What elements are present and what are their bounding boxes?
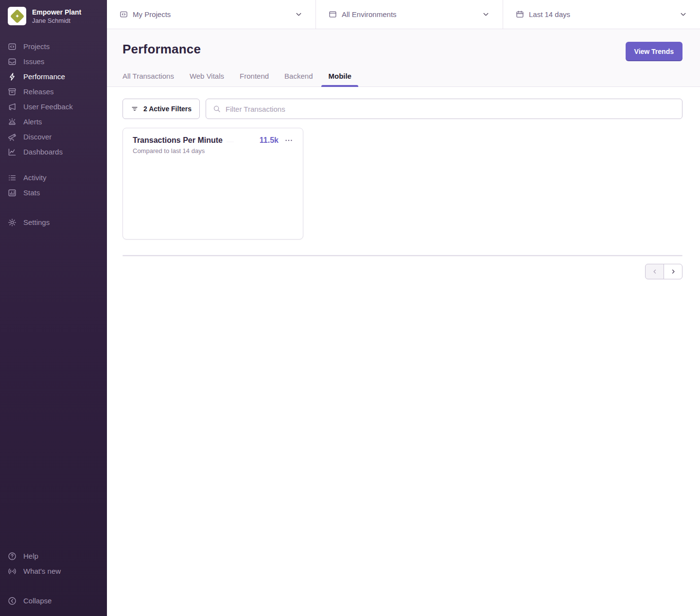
sidebar-item-what-s-new[interactable]: What's new [8,564,99,579]
sidebar-footer: HelpWhat's newCollapse [0,548,107,608]
card-title: Transactions Per Minute [133,136,223,145]
chevron-left-icon [651,268,658,275]
help-icon [8,552,17,561]
sidebar-item-label: Issues [23,57,44,66]
active-filters-label: 2 Active Filters [143,105,192,113]
sidebar-item-dashboards[interactable]: Dashboards [8,144,99,159]
tab-mobile[interactable]: Mobile [328,72,351,86]
sidebar-item-label: Projects [23,42,50,51]
sidebar-nav: ProjectsIssuesPerformanceReleasesUser Fe… [0,39,107,230]
app-root: ✦ Empower Plant Jane Schmidt ProjectsIss… [0,0,700,616]
org-switcher[interactable]: ✦ Empower Plant Jane Schmidt [0,7,107,25]
page-header: Performance View Trends All Transactions… [107,29,700,87]
sidebar-item-label: Dashboards [23,148,63,156]
topbar: My Projects All Environments Last 14 day… [107,0,700,29]
spark-icon: ✦ [15,14,19,19]
card-value: 11.5k [260,136,279,145]
daterange-selector-label: Last 14 days [529,10,674,18]
sidebar-item-alerts[interactable]: Alerts [8,114,99,129]
project-selector-label: My Projects [133,10,290,18]
alerts-icon [8,118,17,126]
page-title: Performance [122,42,201,57]
sidebar-item-user-feedback[interactable]: User Feedback [8,99,99,114]
stats-icon [8,188,17,197]
sidebar-item-label: User Feedback [23,103,73,111]
sidebar-item-label: Help [23,552,38,560]
tab-backend[interactable]: Backend [284,72,313,86]
filter-row: 2 Active Filters [122,99,682,119]
main-area: My Projects All Environments Last 14 day… [107,0,700,616]
environment-selector-label: All Environments [342,10,477,18]
sidebar-item-label: Alerts [23,118,42,126]
sidebar-item-help[interactable]: Help [8,548,99,564]
sidebar-item-projects[interactable]: Projects [8,39,99,54]
tab-bar: All TransactionsWeb VitalsFrontendBacken… [122,72,682,86]
activity-icon [8,173,17,182]
org-name: Empower Plant [32,8,81,16]
search-input[interactable] [226,105,675,113]
issues-icon [8,57,17,66]
sidebar-item-label: Releases [23,87,54,96]
environment-selector[interactable]: All Environments [316,0,503,29]
org-user: Jane Schmidt [32,17,81,24]
content: 2 Active Filters Transactions Per Minute… [107,87,700,616]
tab-all-transactions[interactable]: All Transactions [122,72,174,86]
whats-new-icon [8,567,17,576]
performance-icon [8,72,17,81]
card-subtitle: Compared to last 14 days [133,147,293,154]
search-icon [213,105,221,113]
pagination [122,264,682,279]
releases-icon [8,87,17,96]
sidebar-item-label: Discover [23,133,52,141]
dashboards-icon [8,148,17,156]
sidebar-item-label: Performance [23,72,65,81]
org-logo: ✦ [8,7,26,25]
daterange-selector[interactable]: Last 14 days [503,0,700,29]
sidebar-item-label: Stats [23,188,40,197]
sidebar: ✦ Empower Plant Jane Schmidt ProjectsIss… [0,0,107,616]
chevron-down-icon [482,10,490,18]
filter-icon [131,105,139,113]
chevron-down-icon [295,10,303,18]
sidebar-item-activity[interactable]: Activity [8,170,99,185]
metric-card-tpm: Transactions Per Minute11.5kCompared to … [122,128,303,240]
sidebar-item-label: Activity [23,173,47,182]
sidebar-item-label: Collapse [23,597,52,605]
sidebar-collapse[interactable]: Collapse [8,593,99,608]
projects-icon [8,42,17,51]
question-icon[interactable] [227,137,234,144]
discover-icon [8,133,17,141]
tab-frontend[interactable]: Frontend [240,72,269,86]
folder-code-icon [120,10,128,18]
window-icon [329,10,337,18]
pagination-next-button[interactable] [664,264,682,279]
project-selector[interactable]: My Projects [107,0,316,29]
transactions-table [122,255,682,256]
chevron-right-icon [670,268,677,275]
sidebar-item-performance[interactable]: Performance [8,69,99,84]
metric-cards: Transactions Per Minute11.5kCompared to … [122,128,682,240]
calendar-icon [516,10,524,18]
sidebar-item-releases[interactable]: Releases [8,84,99,99]
sidebar-item-discover[interactable]: Discover [8,129,99,144]
chevron-down-icon [679,10,687,18]
view-trends-button[interactable]: View Trends [626,42,682,61]
tpm-chart [133,159,293,232]
sidebar-item-stats[interactable]: Stats [8,185,99,200]
tab-web-vitals[interactable]: Web Vitals [190,72,224,86]
search-box [206,99,682,119]
sidebar-item-settings[interactable]: Settings [8,215,99,230]
user-feedback-icon [8,103,17,111]
settings-icon [8,218,17,227]
active-filters-button[interactable]: 2 Active Filters [122,99,200,119]
sidebar-item-issues[interactable]: Issues [8,54,99,69]
sidebar-item-label: What's new [23,567,61,575]
sidebar-item-label: Settings [23,218,50,226]
collapse-icon [8,597,17,605]
pagination-prev-button[interactable] [645,264,664,279]
dots-icon[interactable] [284,136,293,145]
